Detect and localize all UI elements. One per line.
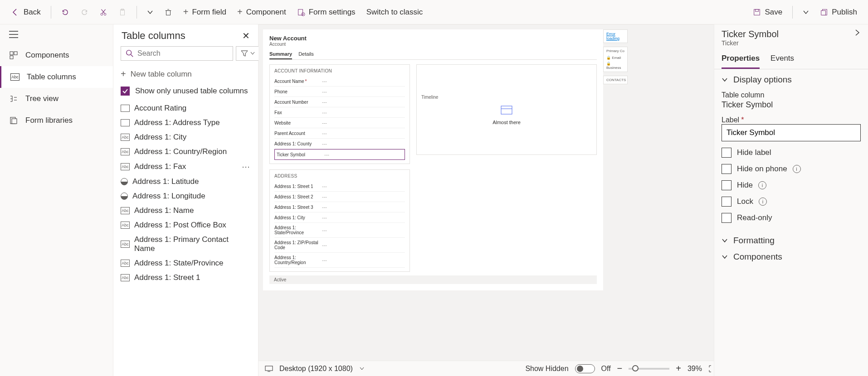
checkbox-label: Hide — [737, 181, 753, 190]
text-type-icon: Abc — [121, 241, 130, 248]
hamburger-button[interactable] — [0, 24, 113, 44]
chevron-right-icon[interactable] — [853, 29, 861, 36]
column-label: Address 1: Latitude — [132, 177, 199, 186]
column-item[interactable]: AbcAddress 1: Name — [113, 203, 258, 218]
info-icon[interactable]: i — [759, 198, 767, 206]
form-field[interactable]: Address 1: Street 3--- — [274, 202, 405, 212]
filter-button[interactable] — [236, 46, 260, 61]
checkbox-row[interactable]: Hide on phonei — [722, 164, 861, 174]
section-account-info[interactable]: ACCOUNT INFORMATION Account Name*---Phon… — [269, 64, 410, 164]
back-label: Back — [24, 8, 41, 17]
form-field[interactable]: Address 1: Street 2--- — [274, 192, 405, 202]
undo-button[interactable] — [56, 5, 75, 19]
add-component-button[interactable]: + Component — [232, 4, 292, 20]
checkbox-row[interactable]: Hide label — [722, 148, 861, 158]
form-field[interactable]: Address 1: City--- — [274, 212, 405, 223]
checkbox-row[interactable]: Hidei — [722, 180, 861, 190]
zoom-slider[interactable] — [629, 368, 669, 370]
show-unused-label: Show only unused table columns — [135, 87, 248, 96]
field-value: --- — [322, 78, 327, 84]
chevron-button[interactable] — [141, 6, 159, 18]
table-columns-panel: Table columns ✕ + New table column Show … — [113, 24, 258, 376]
tab-details[interactable]: Details — [298, 49, 314, 59]
search-icon — [126, 49, 134, 58]
back-button[interactable]: Back — [5, 5, 46, 19]
redo-button[interactable] — [75, 5, 94, 19]
info-icon[interactable]: i — [793, 165, 801, 173]
column-item[interactable]: AbcAddress 1: Fax⋯ — [113, 159, 258, 174]
tab-properties[interactable]: Properties — [722, 49, 760, 69]
column-item[interactable]: AbcAddress 1: State/Province — [113, 256, 258, 270]
show-unused-checkbox-row[interactable]: Show only unused table columns — [113, 83, 258, 99]
zoom-out-button[interactable]: − — [617, 363, 623, 374]
column-item[interactable]: AbcAddress 1: Street 1 — [113, 270, 258, 285]
checkbox-row[interactable]: Read-only — [722, 213, 861, 223]
section-display-options[interactable]: Display options — [722, 75, 861, 85]
form-field[interactable]: Account Name*--- — [274, 76, 405, 87]
column-item[interactable]: AbcAddress 1: City — [113, 130, 258, 145]
rail-item-form-libraries[interactable]: Form libraries — [0, 110, 113, 131]
field-label: Address 1: Street 3 — [274, 205, 322, 210]
cut-button[interactable] — [94, 5, 113, 19]
column-item[interactable]: Address 1: Latitude — [113, 174, 258, 189]
form-field[interactable]: Parent Account--- — [274, 128, 405, 139]
rail-item-tree-view[interactable]: Tree view — [0, 88, 113, 110]
contacts-card[interactable]: CONTACTS — [603, 76, 628, 84]
form-field[interactable]: Address 1: County--- — [274, 139, 405, 149]
info-icon[interactable]: i — [758, 181, 766, 189]
form-preview[interactable]: New Account Account Summary Details ACCO… — [263, 29, 603, 290]
error-card[interactable]: Error loading — [603, 29, 628, 43]
section-address[interactable]: ADDRESS Address 1: Street 1---Address 1:… — [269, 169, 410, 272]
save-chevron-button[interactable] — [797, 6, 814, 18]
section-timeline[interactable]: Timeline Almost there — [416, 64, 597, 155]
form-field[interactable]: Address 1: State/Province--- — [274, 223, 405, 238]
section-formatting[interactable]: Formatting — [722, 236, 861, 246]
form-field[interactable]: Website--- — [274, 118, 405, 128]
form-settings-button[interactable]: Form settings — [292, 5, 361, 19]
column-item[interactable]: Address 1: Longitude — [113, 189, 258, 203]
switch-classic-button[interactable]: Switch to classic — [361, 5, 429, 19]
primary-contact-card[interactable]: Primary Co 🔒 Email 🔒 Business — [603, 47, 628, 72]
form-field[interactable]: Fax--- — [274, 107, 405, 118]
field-label: Fax — [274, 110, 322, 115]
add-form-field-button[interactable]: + Form field — [178, 4, 232, 20]
chevron-down-icon[interactable] — [359, 366, 365, 371]
new-table-column-button[interactable]: + New table column — [113, 65, 258, 83]
table-column-value: Ticker Symbol — [722, 100, 861, 110]
zoom-in-button[interactable]: + — [676, 363, 681, 374]
tab-summary[interactable]: Summary — [269, 49, 292, 59]
column-item[interactable]: Account Rating — [113, 101, 258, 116]
form-canvas[interactable]: New Account Account Summary Details ACCO… — [258, 24, 723, 361]
form-field[interactable]: Address 1: Street 1--- — [274, 181, 405, 192]
column-item[interactable]: AbcAddress 1: Country/Region — [113, 145, 258, 159]
show-hidden-toggle[interactable] — [575, 364, 595, 373]
close-panel-button[interactable]: ✕ — [242, 30, 250, 41]
section-components[interactable]: Components — [722, 252, 861, 262]
delete-button[interactable] — [159, 5, 178, 19]
column-list[interactable]: Account Rating Address 1: Address TypeAb… — [113, 99, 258, 376]
more-icon[interactable]: ⋯ — [242, 162, 251, 172]
float-type-icon — [121, 178, 128, 185]
form-field[interactable]: Phone--- — [274, 87, 405, 97]
column-item[interactable]: AbcAddress 1: Post Office Box — [113, 218, 258, 232]
form-field-label: Form field — [192, 8, 226, 17]
checkbox-row[interactable]: Locki — [722, 197, 861, 207]
back-arrow-icon — [11, 8, 20, 17]
column-item[interactable]: Address 1: Address Type — [113, 116, 258, 130]
form-field[interactable]: Address 1: Country/Region--- — [274, 253, 405, 268]
save-button[interactable]: Save — [747, 5, 788, 19]
rail-item-components[interactable]: Components — [0, 44, 113, 66]
form-field[interactable]: Account Number--- — [274, 97, 405, 107]
form-field[interactable]: Address 1: ZIP/Postal Code--- — [274, 238, 405, 253]
form-field[interactable]: Ticker Symbol--- — [274, 149, 405, 160]
device-label[interactable]: Desktop (1920 x 1080) — [279, 365, 353, 373]
tab-events[interactable]: Events — [770, 49, 794, 69]
label-input[interactable] — [722, 124, 861, 141]
paste-button[interactable] — [113, 5, 132, 19]
publish-button[interactable]: Publish — [814, 5, 863, 19]
search-input-wrapper[interactable] — [121, 46, 233, 61]
column-item[interactable]: AbcAddress 1: Primary Contact Name — [113, 232, 258, 256]
search-input[interactable] — [137, 49, 228, 58]
rail-item-table-columns[interactable]: Abc Table columns — [0, 66, 113, 88]
section-label: Display options — [733, 75, 792, 85]
